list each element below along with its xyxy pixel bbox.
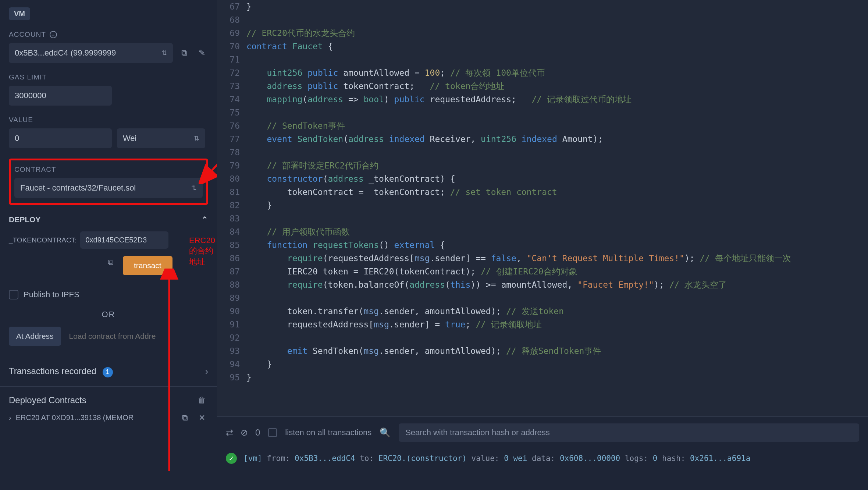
deploy-label: DEPLOY: [9, 215, 40, 224]
at-address-button[interactable]: At Address: [9, 327, 61, 346]
chevron-up-icon: ⌃: [202, 215, 208, 224]
trash-icon[interactable]: 🗑: [196, 394, 208, 406]
tx-count-badge: 1: [103, 367, 113, 377]
chevron-updown-icon: ⇅: [194, 134, 199, 142]
log-logs-key: logs:: [625, 454, 648, 463]
publish-ipfs-checkbox[interactable]: [9, 290, 18, 299]
terminal-panel: ⇄ ⊘ 0 listen on all transactions 🔍 Searc…: [217, 416, 868, 490]
tokencontract-param-input[interactable]: [80, 231, 168, 249]
log-from-key: from:: [267, 454, 290, 463]
chevron-right-icon: ›: [9, 413, 11, 422]
annotation-erc20-address: ERC20的合约地址: [189, 236, 215, 267]
publish-ipfs-label: Publish to IPFS: [24, 290, 79, 299]
log-to-val: ERC20.(constructor): [378, 454, 467, 463]
log-env: [vm]: [243, 454, 262, 463]
log-data-key: data:: [532, 454, 555, 463]
log-hash-key: hash:: [662, 454, 685, 463]
value-input[interactable]: [9, 128, 112, 148]
deployed-contracts-section: Deployed Contracts 🗑 › ERC20 AT 0XD91...…: [0, 386, 217, 428]
search-icon[interactable]: 🔍: [380, 427, 391, 438]
editor-pane: 6768697071727374757677787980818283848586…: [217, 0, 868, 490]
listen-checkbox[interactable]: [268, 428, 277, 437]
log-logs-val: 0: [653, 454, 658, 463]
transact-button[interactable]: transact: [123, 256, 172, 275]
value-unit-select[interactable]: Wei ⇅: [117, 128, 205, 148]
copy-icon[interactable]: ⧉: [104, 256, 117, 269]
contract-section-highlight: CONTRACT Faucet - contracts/32/Faucet.so…: [9, 159, 208, 205]
log-data-val: 0x608...00000: [560, 454, 620, 463]
deploy-header[interactable]: DEPLOY ⌃: [9, 215, 208, 224]
environment-badge: VM: [9, 7, 30, 20]
tx-recorded-label: Transactions recorded: [9, 366, 96, 376]
value-label: VALUE: [9, 116, 208, 124]
terminal-log-line[interactable]: ✓ [vm] from: 0x5B3...eddC4 to: ERC20.(co…: [226, 453, 859, 464]
contract-select[interactable]: Faucet - contracts/32/Faucet.sol ⇅: [14, 178, 203, 198]
code-content: }// ERC20代币的水龙头合约contract Faucet { uint2…: [246, 0, 868, 416]
contract-value: Faucet - contracts/32/Faucet.sol: [20, 183, 136, 193]
pending-count: 0: [255, 427, 260, 438]
svg-line-0: [210, 44, 217, 173]
deployed-contract-item[interactable]: › ERC20 AT 0XD91...39138 (MEMOR ⧉ ✕: [9, 412, 208, 424]
terminal-search-placeholder: Search with transaction hash or address: [405, 428, 550, 437]
log-value-val: 0 wei: [504, 454, 527, 463]
success-icon: ✓: [226, 453, 237, 464]
gas-limit-label: GAS LIMIT: [9, 73, 208, 81]
terminal-search-input[interactable]: Search with transaction hash or address: [399, 423, 859, 442]
log-to-key: to:: [360, 454, 374, 463]
gas-limit-input[interactable]: [9, 86, 112, 106]
transactions-recorded-row[interactable]: Transactions recorded 1 ›: [0, 357, 217, 386]
log-value-key: value:: [472, 454, 499, 463]
account-select[interactable]: 0x5B3...eddC4 (99.9999999 ⇅: [9, 43, 173, 63]
load-address-input[interactable]: [66, 327, 208, 346]
value-unit: Wei: [123, 134, 137, 143]
deployed-contracts-label: Deployed Contracts: [9, 395, 86, 405]
deploy-sidebar: VM ACCOUNT + 0x5B3...eddC4 (99.9999999 ⇅…: [0, 0, 217, 490]
clear-icon[interactable]: ⊘: [241, 427, 248, 438]
listen-label: listen on all transactions: [285, 428, 371, 437]
log-from-val: 0x5B3...eddC4: [295, 454, 355, 463]
chevron-updown-icon: ⇅: [161, 49, 167, 57]
code-editor[interactable]: 6768697071727374757677787980818283848586…: [217, 0, 868, 416]
copy-icon[interactable]: ⧉: [179, 412, 191, 424]
log-hash-val: 0x261...a691a: [690, 454, 750, 463]
line-gutter: 6768697071727374757677787980818283848586…: [217, 0, 246, 416]
account-label-text: ACCOUNT: [9, 31, 46, 39]
edit-icon[interactable]: ✎: [196, 47, 208, 59]
toggle-terminal-icon[interactable]: ⇄: [226, 427, 233, 438]
account-label: ACCOUNT +: [9, 31, 208, 39]
tokencontract-param-label: _TOKENCONTRACT:: [9, 236, 77, 244]
chevron-right-icon: ›: [205, 366, 208, 377]
account-value: 0x5B3...eddC4 (99.9999999: [15, 48, 116, 58]
plus-icon[interactable]: +: [50, 31, 57, 38]
close-icon[interactable]: ✕: [196, 412, 208, 424]
chevron-updown-icon: ⇅: [191, 184, 197, 192]
deployed-contract-name: ERC20 AT 0XD91...39138 (MEMOR: [16, 413, 174, 422]
copy-icon[interactable]: ⧉: [178, 47, 191, 59]
contract-label: CONTRACT: [14, 166, 203, 174]
or-divider: OR: [9, 310, 208, 319]
